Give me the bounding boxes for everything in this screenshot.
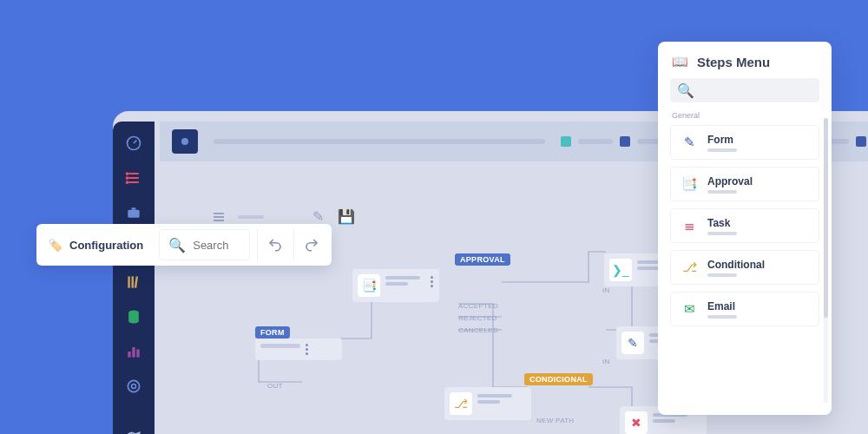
svg-rect-7 xyxy=(128,210,139,218)
node-approval[interactable]: 📑 xyxy=(352,269,439,302)
approval-icon: 📑 xyxy=(680,174,699,194)
nav-list-icon[interactable] xyxy=(124,168,143,187)
port-accepted: ACCEPTED xyxy=(458,302,498,310)
search-box[interactable]: 🔍 xyxy=(159,229,250,260)
svg-rect-10 xyxy=(128,276,130,287)
step-item-label: Conditional xyxy=(707,259,765,271)
step-marker[interactable] xyxy=(856,136,866,147)
nav-map-icon[interactable] xyxy=(124,429,143,434)
port-canceled: CANCELED xyxy=(458,326,498,334)
toolbar-divider xyxy=(238,215,264,219)
step-marker[interactable] xyxy=(620,136,630,147)
step-item-approval[interactable]: 📑 Approval xyxy=(670,167,819,201)
svg-point-4 xyxy=(127,173,128,174)
step-indicator-current[interactable] xyxy=(172,129,198,154)
nav-library-icon[interactable] xyxy=(124,273,143,292)
step-item-label: Form xyxy=(707,134,737,146)
port-out: OUT xyxy=(267,382,283,390)
toolbar-save-icon[interactable]: 💾 xyxy=(338,208,355,225)
placeholder-line xyxy=(707,315,737,319)
pill-form: FORM xyxy=(255,326,290,339)
conditional-icon: ⎇ xyxy=(450,392,472,415)
search-icon: 🔍 xyxy=(168,237,186,253)
port-in: IN xyxy=(602,286,610,294)
step-item-conditional[interactable]: ⎇ Conditional xyxy=(670,250,819,285)
node-conditional[interactable]: ⎇ xyxy=(444,387,531,420)
svg-point-5 xyxy=(127,177,128,179)
svg-rect-14 xyxy=(128,352,130,358)
step-item-label: Task xyxy=(707,217,737,229)
canvas-toolbar: ✎ 💾 xyxy=(214,208,355,225)
floating-toolbar: 🏷️ Configuration 🔍 xyxy=(36,224,332,266)
nav-briefcase-icon[interactable] xyxy=(124,203,143,222)
panel-scrollbar[interactable] xyxy=(824,118,828,403)
book-icon: 📖 xyxy=(672,54,688,69)
steps-menu-category: General xyxy=(670,102,828,125)
terminal-icon: ❯_ xyxy=(609,259,632,281)
steps-menu-title: Steps Menu xyxy=(697,55,770,69)
steps-menu-list: ✎ Form 📑 Approval ≣ Task ⎇ Conditional ✉… xyxy=(670,125,828,406)
step-item-email[interactable]: ✉ Email xyxy=(670,292,819,326)
search-icon: 🔍 xyxy=(677,82,694,99)
nav-analytics-icon[interactable] xyxy=(124,342,143,361)
port-rejected: REJECTED xyxy=(458,314,497,322)
port-newpath: NEW PATH xyxy=(536,417,574,424)
svg-rect-8 xyxy=(132,207,136,210)
steps-menu-search[interactable]: 🔍 xyxy=(670,78,819,102)
nav-dashboard-icon[interactable] xyxy=(124,134,143,153)
tag-icon: 🏷️ xyxy=(49,239,62,252)
placeholder-line xyxy=(707,190,737,194)
toolbar-edit-icon[interactable]: ✎ xyxy=(312,208,324,225)
step-item-label: Email xyxy=(707,300,737,312)
undo-button[interactable] xyxy=(257,229,292,260)
port-in: IN xyxy=(602,358,610,365)
step-item-task[interactable]: ≣ Task xyxy=(670,208,819,243)
svg-point-6 xyxy=(127,181,128,183)
pill-conditional: CONDICIONAL xyxy=(524,373,593,385)
step-item-form[interactable]: ✎ Form xyxy=(670,125,819,160)
toolbar-list-icon[interactable] xyxy=(214,213,224,221)
step-marker[interactable] xyxy=(561,136,571,147)
redo-button[interactable] xyxy=(293,229,328,260)
svg-point-17 xyxy=(128,380,139,391)
step-item-label: Approval xyxy=(707,175,753,187)
svg-rect-15 xyxy=(132,347,135,358)
config-button[interactable]: 🏷️ Configuration xyxy=(49,239,152,252)
svg-rect-12 xyxy=(135,276,138,288)
node-form[interactable] xyxy=(255,339,342,360)
svg-rect-16 xyxy=(136,350,139,358)
sidebar xyxy=(113,122,155,434)
scroll-thumb[interactable] xyxy=(824,118,828,318)
svg-point-18 xyxy=(132,385,136,389)
conditional-icon: ⎇ xyxy=(680,258,699,277)
svg-rect-11 xyxy=(132,276,135,287)
cancel-icon: ✖ xyxy=(625,411,648,434)
form-icon: ✎ xyxy=(621,332,644,354)
nav-data-icon[interactable] xyxy=(124,307,143,326)
steps-menu-panel: 📖 Steps Menu 🔍 General ✎ Form 📑 Approval… xyxy=(658,42,832,415)
search-input[interactable] xyxy=(193,239,240,252)
config-label: Configuration xyxy=(69,239,143,252)
form-icon: ✎ xyxy=(680,133,699,152)
task-icon: ≣ xyxy=(680,216,699,235)
placeholder-line xyxy=(707,232,737,235)
nav-target-icon[interactable] xyxy=(124,377,143,396)
placeholder-line xyxy=(707,148,737,152)
approval-icon: 📑 xyxy=(358,274,380,297)
node-menu-icon[interactable] xyxy=(431,276,434,287)
email-icon: ✉ xyxy=(680,299,699,319)
pill-approval: APPROVAL xyxy=(455,253,510,266)
placeholder-line xyxy=(707,273,737,277)
node-menu-icon[interactable] xyxy=(306,344,309,355)
